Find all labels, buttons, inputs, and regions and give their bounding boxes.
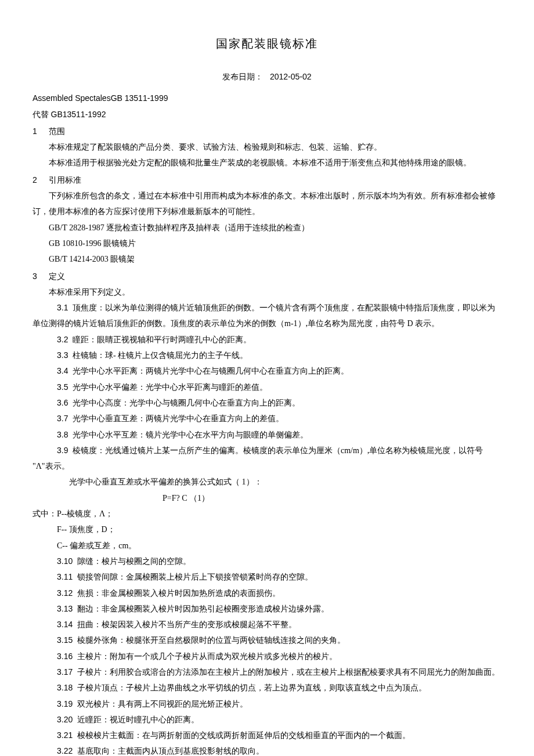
- def-3-10-text: 隙缝：梭片与梭圈之间的空隙。: [75, 557, 191, 566]
- def-3-7-text: 光学中心垂直互差：两镜片光学中心在垂直方向上的差值。: [70, 414, 284, 423]
- def-3-13-text: 翻边：非金属梭圈装入梭片时因加热引起梭圈变形造成梭片边缘外露。: [75, 605, 329, 613]
- def-3-18-num: 3.18: [45, 680, 73, 696]
- section-3-number: 3: [33, 269, 46, 284]
- def-3-4-text: 光学中心水平距离：两镜片光学中心在与镜圈几何中心在垂直方向上的距离。: [70, 367, 349, 375]
- def-3-9-text: 棱镜度：光线通过镜片上某一点所产生的偏离。棱镜度的表示单位为厘米（cm/m）,单…: [33, 446, 483, 471]
- publish-date-label: 发布日期：: [222, 73, 263, 81]
- formula-intro: 光学中心垂直互差或水平偏差的换算公式如式（ 1）：: [33, 474, 501, 490]
- def-3-7: 3.7 光学中心垂直互差：两镜片光学中心在垂直方向上的差值。: [33, 411, 501, 426]
- def-3-17-text: 子梭片：利用胶合或溶合的方法添加在主梭片上的附加梭片，或在主梭片上根据配棱要求具…: [75, 668, 500, 677]
- supersedes-line: 代替 GB13511-1992: [33, 107, 501, 122]
- def-3-21: 3.21 梭梭梭片主截面：在与两折射面的交线或两折射面延伸后的交线相垂直的平面内…: [33, 728, 501, 743]
- def-3-5-num: 3.5: [45, 379, 68, 395]
- def-3-10: 3.10 隙缝：梭片与梭圈之间的空隙。: [33, 554, 501, 569]
- def-3-14-num: 3.14: [45, 617, 73, 632]
- def-3-5: 3.5 光学中心水平偏差：光学中心水平距离与瞳距的差值。: [33, 379, 501, 395]
- ref-standard-3: GB/T 14214-2003 眼镜架: [33, 251, 501, 267]
- def-3-19: 3.19 双光梭片：具有两上不同视距的屈光矫正梭片。: [33, 696, 501, 712]
- def-3-3-num: 3.3: [45, 348, 68, 363]
- supersedes-label: 代替: [33, 110, 51, 119]
- def-3-7-num: 3.7: [45, 411, 68, 426]
- def-3-16: 3.16 主梭片：附加有一个或几个子梭片从而成为双光梭片或多光梭片的梭片。: [33, 649, 501, 664]
- where-f: F-- 顶焦度，D；: [33, 522, 501, 537]
- section-3-title: 定义: [49, 272, 65, 281]
- document-title: 国家配装眼镜标准: [33, 32, 501, 55]
- def-3-6-num: 3.6: [45, 395, 68, 411]
- def-3-22-num: 3.22: [45, 743, 73, 756]
- def-3-12-text: 焦损：非金属梭圈装入梭片时因加热所造成的表面损伤。: [75, 589, 280, 598]
- def-3-16-num: 3.16: [45, 649, 73, 664]
- section-1-para-1: 本标准规定了配装眼镜的产品分类、要求、试验方法、检验规则和标志、包装、运输、贮存…: [33, 139, 501, 155]
- def-3-17-num: 3.17: [45, 664, 73, 680]
- def-3-10-num: 3.10: [45, 554, 73, 569]
- def-3-16-text: 主梭片：附加有一个或几个子梭片从而成为双光梭片或多光梭片的梭片。: [75, 652, 337, 661]
- def-3-9: 3.9 棱镜度：光线通过镜片上某一点所产生的偏离。棱镜度的表示单位为厘米（cm/…: [33, 443, 501, 475]
- def-3-22-text: 基底取向：主截面内从顶点到基底投影射线的取向。: [75, 747, 264, 755]
- def-3-11-text: 锁接管间隙：金属梭圈装上梭片后上下锁接管锁紧时尚存的空隙。: [75, 573, 313, 581]
- def-3-6: 3.6 光学中心高度：光学中心与镜圈几何中心在垂直方向上的距离。: [33, 395, 501, 411]
- section-3-intro: 本标准采用下列定义。: [33, 284, 501, 300]
- def-3-21-num: 3.21: [45, 728, 73, 743]
- section-1-title: 范围: [49, 127, 65, 136]
- section-1-heading: 1 范围: [33, 124, 501, 139]
- def-3-8-text: 光学中心水平互差：镜片光学中心在水平方向与眼瞳的单侧偏差。: [70, 431, 308, 439]
- def-3-1-num: 3.1: [45, 300, 68, 316]
- def-3-13: 3.13 翻边：非金属梭圈装入梭片时因加热引起梭圈变形造成梭片边缘外露。: [33, 601, 501, 617]
- def-3-3: 3.3 柱镜轴：球- 柱镜片上仅含镜屈光力的主子午线。: [33, 348, 501, 363]
- def-3-11: 3.11 锁接管间隙：金属梭圈装上梭片后上下锁接管锁紧时尚存的空隙。: [33, 569, 501, 585]
- def-3-22: 3.22 基底取向：主截面内从顶点到基底投影射线的取向。: [33, 743, 501, 756]
- def-3-1: 3.1 顶焦度：以米为单位测得的镜片近轴顶焦距的倒数。一个镜片含有两个顶焦度，在…: [33, 300, 501, 332]
- formula: P=F? C （1）: [33, 490, 501, 506]
- def-3-6-text: 光学中心高度：光学中心与镜圈几何中心在垂直方向上的距离。: [70, 399, 300, 407]
- def-3-12: 3.12 焦损：非金属梭圈装入梭片时因加热所造成的表面损伤。: [33, 585, 501, 601]
- english-title-line: Assembled SpectalesGB 13511-1999: [33, 91, 501, 106]
- def-3-14-text: 扭曲：梭架因装入梭片不当所产生的变形或梭腿起落不平整。: [75, 620, 297, 629]
- def-3-4: 3.4 光学中心水平距离：两镜片光学中心在与镜圈几何中心在垂直方向上的距离。: [33, 363, 501, 379]
- where-intro: 式中：P--棱镜度，Λ；: [33, 506, 501, 522]
- ref-standard-2: GB 10810-1996 眼镜镜片: [33, 236, 501, 251]
- section-2-number: 2: [33, 172, 46, 188]
- def-3-8-num: 3.8: [45, 427, 68, 443]
- def-3-13-num: 3.13: [45, 601, 73, 617]
- def-3-19-num: 3.19: [45, 696, 73, 712]
- def-3-8: 3.8 光学中心水平互差：镜片光学中心在水平方向与眼瞳的单侧偏差。: [33, 427, 501, 443]
- section-1-number: 1: [33, 124, 46, 139]
- supersedes-code: GB13511-1992: [51, 110, 106, 119]
- publish-date-value: 2012-05-02: [270, 72, 312, 81]
- def-3-1-text: 顶焦度：以米为单位测得的镜片近轴顶焦距的倒数。一个镜片含有两个顶焦度，在配装眼镜…: [33, 303, 495, 328]
- def-3-19-text: 双光梭片：具有两上不同视距的屈光矫正梭片。: [75, 700, 248, 708]
- section-2-heading: 2 引用标准: [33, 172, 501, 188]
- def-3-3-text: 柱镜轴：球- 柱镜片上仅含镜屈光力的主子午线。: [70, 351, 248, 360]
- def-3-2-text: 瞳距：眼睛正视视轴和平行时两瞳孔中心的距离。: [70, 335, 251, 344]
- publish-date-line: 发布日期： 2012-05-02: [33, 69, 501, 85]
- def-3-4-num: 3.4: [45, 363, 68, 379]
- section-1-para-2: 本标准适用于根据验光处方定配的眼镜和批量生产装成的老视眼镜。本标准不适用于渐变焦…: [33, 155, 501, 171]
- def-3-9-num: 3.9: [45, 443, 68, 458]
- def-3-20-text: 近瞳距：视近时瞳孔中心的距离。: [75, 715, 199, 724]
- def-3-18-text: 子梭片顶点：子梭片上边界曲线之水平切线的切点，若上边界为直线，则取该直线之中点为…: [75, 683, 427, 692]
- def-3-11-num: 3.11: [45, 569, 73, 585]
- def-3-15-num: 3.15: [45, 632, 73, 648]
- ref-standard-1: GB/T 2828-1987 逐批检查计数抽样程序及抽样表（适用于连续批的检查）: [33, 220, 501, 236]
- def-3-2: 3.2 瞳距：眼睛正视视轴和平行时两瞳孔中心的距离。: [33, 332, 501, 348]
- def-3-20-num: 3.20: [45, 712, 73, 728]
- def-3-15-text: 棱腿外张角：梭腿张开至自然极限时的位置与两铰链轴线连接之间的夹角。: [75, 636, 345, 645]
- section-3-heading: 3 定义: [33, 269, 501, 284]
- def-3-2-num: 3.2: [45, 332, 68, 348]
- def-3-15: 3.15 棱腿外张角：梭腿张开至自然极限时的位置与两铰链轴线连接之间的夹角。: [33, 632, 501, 648]
- def-3-14: 3.14 扭曲：梭架因装入梭片不当所产生的变形或梭腿起落不平整。: [33, 617, 501, 632]
- def-3-20: 3.20 近瞳距：视近时瞳孔中心的距离。: [33, 712, 501, 728]
- section-2-para-1: 下列标准所包含的条文，通过在本标准中引用而构成为本标准的条文。本标准出版时，所示…: [33, 188, 501, 220]
- def-3-12-num: 3.12: [45, 585, 73, 601]
- def-3-5-text: 光学中心水平偏差：光学中心水平距离与瞳距的差值。: [70, 383, 268, 392]
- def-3-21-text: 梭梭梭片主截面：在与两折射面的交线或两折射面延伸后的交线相垂直的平面内的一个截面…: [75, 731, 410, 740]
- def-3-17: 3.17 子梭片：利用胶合或溶合的方法添加在主梭片上的附加梭片，或在主梭片上根据…: [33, 664, 501, 680]
- where-c: C-- 偏差或互差，cm。: [33, 538, 501, 554]
- def-3-18: 3.18 子梭片顶点：子梭片上边界曲线之水平切线的切点，若上边界为直线，则取该直…: [33, 680, 501, 696]
- section-2-title: 引用标准: [49, 176, 81, 185]
